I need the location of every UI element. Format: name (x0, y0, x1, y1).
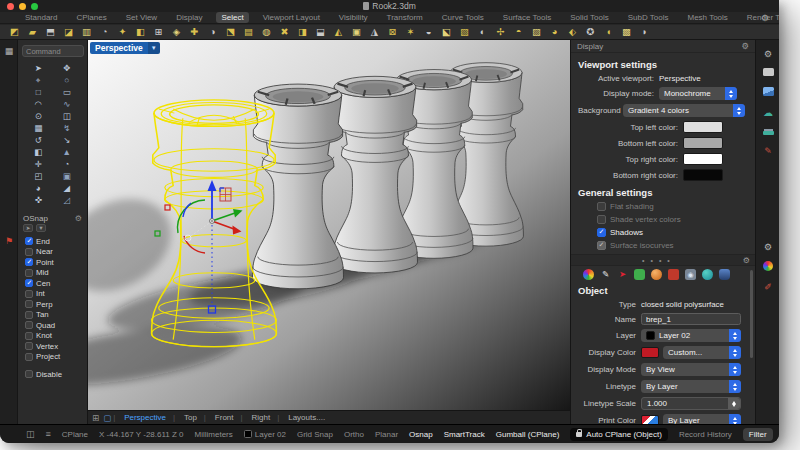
tool-icon[interactable]: ◿ (53, 195, 82, 206)
panel-resize-dots[interactable]: • • • • (571, 257, 743, 264)
osnap-checkbox-row[interactable]: Cen (25, 278, 87, 289)
toolbar-icon[interactable]: ⊞ (152, 26, 165, 38)
globe-icon[interactable] (702, 269, 713, 280)
status-toggle[interactable]: Grid Snap (297, 430, 333, 439)
osnap-checkbox-row[interactable]: Knot (25, 331, 87, 342)
tool-icon[interactable]: ✛ (24, 159, 53, 170)
toolbar-icon[interactable]: ✦ (116, 26, 129, 38)
toolbar-icon[interactable]: ⬔ (224, 26, 237, 38)
viewport-tab[interactable]: Front (206, 413, 243, 422)
osnap-checkbox-row[interactable]: Perp (25, 299, 87, 310)
menu-tab[interactable]: Curve Tools (437, 12, 489, 23)
toolbar-icon[interactable]: ◭ (332, 26, 345, 38)
color-wheel-icon[interactable] (756, 261, 779, 273)
osnap-tab-filter-icon[interactable]: ▼ (36, 224, 46, 232)
object-display-mode-dropdown[interactable]: By View (641, 363, 741, 376)
toolbar-icon[interactable]: ◕ (548, 26, 561, 38)
toolbar-icon[interactable]: ✖ (278, 26, 291, 38)
toolbar-icon[interactable]: ◧ (134, 26, 147, 38)
toolbar-icon[interactable]: ◐ (476, 26, 489, 38)
paintbrush-icon[interactable]: ✎ (756, 146, 779, 156)
status-toggle[interactable]: Osnap (409, 430, 433, 439)
toolbar-icon[interactable]: ⬓ (314, 26, 327, 38)
gear-icon[interactable]: ⚙ (743, 256, 750, 265)
tool-icon[interactable]: ◰ (24, 171, 53, 182)
osnap-disable-row[interactable]: Disable (18, 369, 87, 380)
panel-toggle-icon[interactable]: ▦ (0, 46, 18, 56)
toolbar-icon[interactable]: ◓ (512, 26, 525, 38)
toolbar-icon[interactable]: ✶ (404, 26, 417, 38)
status-toggle[interactable]: Gumball (CPlane) (496, 430, 560, 439)
tool-icon[interactable]: ○ (53, 75, 82, 86)
camera-icon[interactable]: ◉ (685, 269, 696, 280)
osnap-checkbox-row[interactable]: Tan (25, 310, 87, 321)
tool-icon[interactable]: ◫ (53, 111, 82, 122)
osnap-checkbox-row[interactable]: End (25, 236, 87, 247)
checkbox[interactable] (25, 300, 33, 308)
checkbox[interactable] (25, 342, 33, 350)
menu-tab[interactable]: Set View (121, 12, 162, 23)
viewport-maximized-icon[interactable]: ▢ (103, 413, 111, 423)
layer-dropdown[interactable]: Layer 02 (641, 329, 741, 342)
osnap-checkbox-row[interactable]: Near (25, 247, 87, 258)
toolbar-icon[interactable]: ▧ (458, 26, 471, 38)
status-toggle[interactable]: Planar (375, 430, 398, 439)
viewport-title-badge[interactable]: Perspective ▼ (90, 42, 160, 54)
command-input[interactable] (22, 45, 84, 57)
toolbar-icon[interactable]: ▤ (242, 26, 255, 38)
toolbar-icon[interactable]: ⊠ (386, 26, 399, 38)
gear-icon[interactable]: ⚙ (75, 214, 82, 223)
viewport-title[interactable]: Perspective (90, 42, 148, 54)
status-toggle[interactable]: Ortho (344, 430, 364, 439)
stepper-arrows-icon[interactable] (728, 398, 740, 409)
status-toggle[interactable]: Record History (679, 430, 732, 439)
menu-tab[interactable]: Viewport Layout (258, 12, 325, 23)
display-color-dropdown[interactable]: Custom... (663, 346, 741, 359)
menu-tab[interactable]: Display (171, 12, 207, 23)
display-color-swatch[interactable] (641, 347, 659, 358)
print-color-swatch[interactable] (641, 415, 659, 424)
checkbox[interactable] (597, 202, 606, 211)
checkbox[interactable] (597, 215, 606, 224)
tool-icon[interactable]: ➤ (24, 63, 53, 74)
color-swatch[interactable] (683, 153, 723, 165)
gear-icon[interactable]: ⚙ (756, 49, 779, 59)
toolbar-icon[interactable]: ◔ (98, 26, 111, 38)
tool-icon[interactable]: ▦ (24, 123, 53, 134)
current-layer-chip[interactable]: Layer 02 (244, 430, 286, 439)
toolbar-icon[interactable]: ◮ (368, 26, 381, 38)
gear-icon[interactable]: ⚙ (756, 242, 779, 252)
tool-icon[interactable]: ◧ (24, 147, 53, 158)
checkbox[interactable] (25, 353, 33, 361)
tool-icon[interactable]: ◔ (53, 159, 82, 170)
tool-icon[interactable]: ↺ (24, 135, 53, 146)
tool-icon[interactable]: ▣ (53, 171, 82, 182)
gumball-plane-indicator-icon[interactable] (220, 188, 231, 201)
object-name-input[interactable] (641, 313, 741, 325)
viewport-tab[interactable]: Right (243, 413, 280, 422)
viewport-layout-grid-icon[interactable]: ⊞ (92, 413, 99, 423)
brush-icon[interactable]: ✐ (756, 282, 779, 292)
cloud-icon[interactable]: ☁ (756, 107, 779, 118)
viewport-tab[interactable]: Top (175, 413, 206, 422)
checkbox[interactable] (25, 237, 33, 245)
units-label[interactable]: Millimeters (195, 430, 233, 439)
status-toggle[interactable]: SmartTrack (444, 430, 485, 439)
checkbox[interactable] (25, 370, 33, 378)
toolbar-icon[interactable]: ◩ (8, 26, 21, 38)
menu-tab[interactable]: Standard (20, 12, 62, 23)
toolbar-icon[interactable]: ✚ (188, 26, 201, 38)
checkbox[interactable] (25, 311, 33, 319)
toolbar-icon[interactable]: ◖ (602, 26, 615, 38)
display-setting-row[interactable]: Flat shading (597, 202, 755, 211)
checkbox[interactable] (25, 279, 33, 287)
tool-icon[interactable]: ⊙ (24, 111, 53, 122)
toolbar-icon[interactable]: ⬒ (44, 26, 57, 38)
tool-icon[interactable]: ⌖ (24, 75, 53, 86)
viewport[interactable]: Perspective ▼ (88, 40, 570, 410)
checkbox[interactable] (25, 248, 33, 256)
tool-icon[interactable]: ✥ (53, 63, 82, 74)
tool-icon[interactable]: ◢ (53, 183, 82, 194)
tool-icon[interactable]: □ (24, 87, 53, 98)
gear-icon[interactable]: ⚙ (741, 41, 749, 51)
